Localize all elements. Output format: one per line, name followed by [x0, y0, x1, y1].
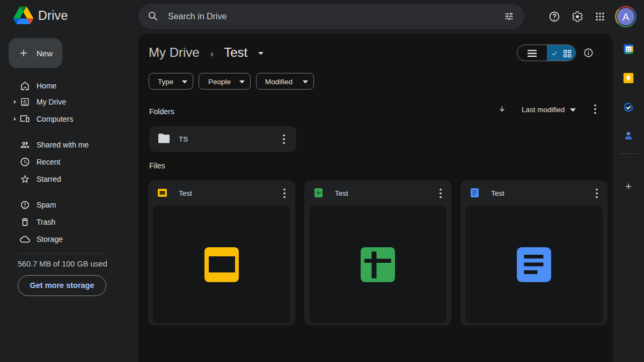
svg-text:31: 31	[626, 47, 631, 52]
svg-text:A: A	[623, 11, 630, 23]
